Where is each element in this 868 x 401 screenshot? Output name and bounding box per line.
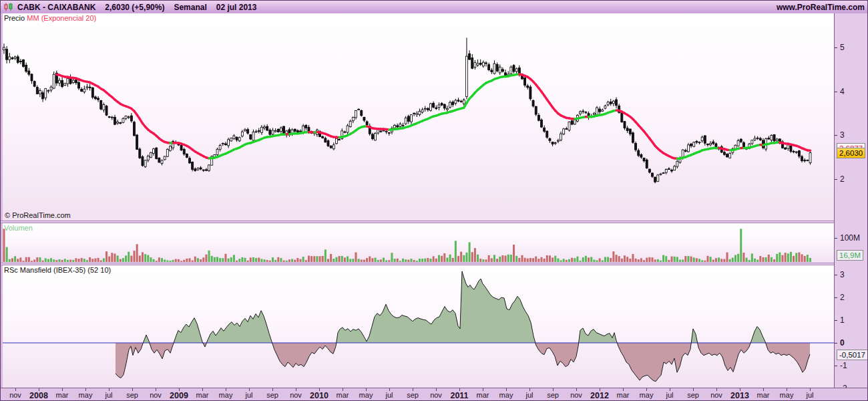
rsc-mansfield-pane[interactable]: RSc Mansfield (IBEX-35) (52 10)	[3, 265, 834, 388]
time-axis-label-mar: mar	[477, 391, 489, 399]
time-axis-label-nov: nov	[570, 391, 582, 399]
time-axis-label-sep: sep	[407, 391, 419, 399]
rsc-axis-1-tick	[835, 320, 837, 321]
rsc-axis-2-tick	[835, 297, 837, 298]
last-bar-date: 02 jul 2013	[216, 3, 257, 12]
time-axis-label-mar: mar	[617, 391, 630, 399]
time-axis-label-mar: mar	[56, 391, 69, 399]
rsc-axis--1-tick	[835, 366, 837, 366]
time-axis-label-nov: nov	[290, 391, 302, 399]
time-axis-label-mar: mar	[337, 391, 349, 399]
price-axis-3-tick	[835, 135, 837, 136]
time-axis-label-2013: 2013	[730, 391, 749, 400]
volume-indicator-label: Volumen	[4, 224, 33, 232]
volume-value-badge: 16,9M	[837, 250, 863, 261]
symbol-title: CABK - CAIXABANK	[17, 3, 95, 12]
timeframe-label: Semanal	[174, 3, 206, 12]
rsc-value-badge: -0,5017	[837, 350, 868, 360]
time-axis-label-may: may	[499, 391, 513, 399]
price-axis-3-label: 3	[840, 130, 845, 140]
time-axis-label-sep: sep	[266, 391, 278, 399]
time-axis-label-2010: 2010	[310, 391, 329, 400]
price-pane-labels: Precio MM (Exponencial 20)	[4, 14, 96, 22]
prorealtime-chart-window: CABK - CAIXABANK 2,6030 (+5,90%) Semanal…	[0, 0, 868, 401]
ma-indicator-label: MM (Exponencial 20)	[27, 14, 96, 22]
rsc-axis-3-tick	[835, 275, 837, 275]
time-axis-label-may: may	[640, 391, 654, 399]
rsc-axis-0-tick	[835, 343, 837, 344]
time-axis-label-jul: jul	[806, 391, 813, 399]
title-bar: CABK - CAIXABANK 2,6030 (+5,90%) Semanal…	[1, 1, 868, 14]
price-axis-2-label: 2	[840, 174, 845, 184]
price-chart-canvas[interactable]	[3, 13, 834, 221]
time-axis-label-jul: jul	[385, 391, 393, 399]
time-axis-label-mar: mar	[196, 391, 209, 399]
rsc-axis-1-label: 1	[840, 315, 845, 325]
rsc-axis-0-label: 0	[840, 338, 845, 348]
time-axis-label-may: may	[780, 391, 794, 399]
rsc-axis-3-label: 3	[840, 270, 845, 279]
time-axis-label-jul: jul	[105, 391, 112, 399]
time-axis-label-mar: mar	[757, 391, 770, 399]
price-axis-5-label: 5	[840, 43, 845, 52]
time-axis-label-nov: nov	[9, 391, 21, 399]
time-axis-label-may: may	[79, 391, 93, 399]
time-axis-label-may: may	[359, 391, 373, 399]
price-axis-4-label: 4	[840, 87, 845, 96]
time-axis-label-nov: nov	[150, 391, 162, 399]
time-axis-label-jul: jul	[245, 391, 252, 399]
time-axis-label-2012: 2012	[590, 391, 609, 400]
website-link[interactable]: www.ProRealTime.com	[777, 3, 865, 12]
price-pane[interactable]: Precio MM (Exponencial 20) © ProRealTime…	[3, 13, 834, 221]
volume-pane[interactable]: Volumen	[3, 223, 834, 263]
bottom-time-axis[interactable]: nov2008marmayjulsepnov2009marmayjulsepno…	[1, 388, 868, 401]
price-axis-2-tick	[835, 179, 837, 180]
last-price-badge: 2,6030	[837, 148, 865, 158]
time-axis-label-nov: nov	[710, 391, 722, 399]
time-axis-label-2011: 2011	[450, 391, 468, 400]
time-axis-label-may: may	[219, 391, 233, 399]
copyright-label: © ProRealTime.com	[5, 211, 71, 219]
time-axis-label-nov: nov	[430, 391, 442, 399]
right-value-axis[interactable]: 2,6877 2,6030 16,9M -0,5017 5432100M3210…	[834, 13, 868, 388]
price-indicator-label: Precio	[4, 14, 25, 22]
time-axis-label-sep: sep	[687, 391, 699, 399]
volume-axis-100-label: 100M	[840, 233, 860, 243]
rsc-indicator-label: RSc Mansfield (IBEX-35) (52 10)	[4, 266, 111, 274]
time-axis-label-sep: sep	[547, 391, 559, 399]
rsc-axis--1-label: -1	[840, 361, 847, 370]
time-axis-label-jul: jul	[666, 391, 673, 399]
rsc-axis-2-label: 2	[840, 293, 845, 302]
rsc-chart-canvas[interactable]	[3, 265, 834, 388]
price-axis-4-tick	[835, 92, 837, 92]
time-axis-label-sep: sep	[126, 391, 138, 399]
candlestick-chart-icon	[4, 3, 13, 11]
volume-axis-100-tick	[835, 238, 837, 239]
price-axis-5-tick	[835, 47, 837, 48]
time-axis-label-2008: 2008	[29, 391, 48, 400]
time-axis-label-jul: jul	[525, 391, 533, 399]
volume-chart-canvas[interactable]	[3, 223, 834, 263]
last-price-and-change: 2,6030 (+5,90%)	[105, 3, 164, 12]
time-axis-label-2009: 2009	[170, 391, 188, 400]
